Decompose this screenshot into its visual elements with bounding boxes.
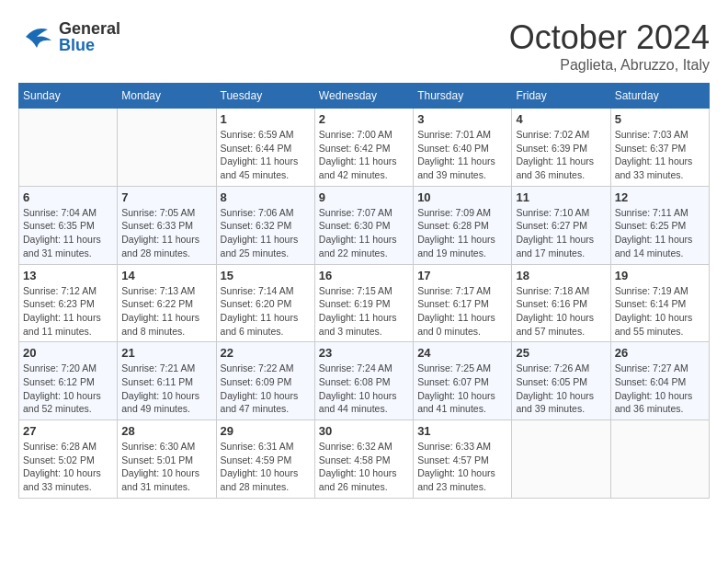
logo-blue: Blue xyxy=(59,37,120,53)
day-number: 16 xyxy=(319,269,409,282)
day-cell: 16Sunrise: 7:15 AM Sunset: 6:19 PM Dayli… xyxy=(314,264,413,342)
day-detail: Sunrise: 7:22 AM Sunset: 6:09 PM Dayligh… xyxy=(221,362,311,416)
day-cell: 27Sunrise: 6:28 AM Sunset: 5:02 PM Dayli… xyxy=(19,420,118,499)
day-number: 19 xyxy=(615,269,705,282)
day-detail: Sunrise: 7:14 AM Sunset: 6:20 PM Dayligh… xyxy=(221,284,311,339)
day-cell: 4Sunrise: 7:02 AM Sunset: 6:39 PM Daylig… xyxy=(512,109,610,187)
day-number: 23 xyxy=(319,346,409,360)
day-detail: Sunrise: 7:09 AM Sunset: 6:28 PM Dayligh… xyxy=(417,206,507,260)
day-number: 20 xyxy=(23,346,113,360)
location: Paglieta, Abruzzo, Italy xyxy=(509,57,710,74)
day-number: 25 xyxy=(516,346,606,360)
day-number: 26 xyxy=(615,346,705,360)
week-row-5: 27Sunrise: 6:28 AM Sunset: 5:02 PM Dayli… xyxy=(19,420,710,499)
day-cell: 31Sunrise: 6:33 AM Sunset: 4:57 PM Dayli… xyxy=(414,420,512,499)
day-cell xyxy=(118,109,216,187)
day-number: 13 xyxy=(23,269,113,282)
day-cell: 13Sunrise: 7:12 AM Sunset: 6:23 PM Dayli… xyxy=(19,264,118,342)
week-row-2: 6Sunrise: 7:04 AM Sunset: 6:35 PM Daylig… xyxy=(19,186,710,264)
day-detail: Sunrise: 7:18 AM Sunset: 6:16 PM Dayligh… xyxy=(516,284,606,339)
day-number: 18 xyxy=(516,269,606,282)
day-detail: Sunrise: 7:24 AM Sunset: 6:08 PM Dayligh… xyxy=(319,362,409,416)
day-cell: 19Sunrise: 7:19 AM Sunset: 6:14 PM Dayli… xyxy=(610,264,709,342)
day-cell: 22Sunrise: 7:22 AM Sunset: 6:09 PM Dayli… xyxy=(216,342,314,420)
day-cell xyxy=(19,109,118,187)
day-number: 7 xyxy=(121,190,211,204)
week-row-3: 13Sunrise: 7:12 AM Sunset: 6:23 PM Dayli… xyxy=(19,264,710,342)
day-cell: 28Sunrise: 6:30 AM Sunset: 5:01 PM Dayli… xyxy=(118,420,216,499)
weekday-tuesday: Tuesday xyxy=(216,84,314,109)
day-cell: 9Sunrise: 7:07 AM Sunset: 6:30 PM Daylig… xyxy=(314,186,413,264)
week-row-4: 20Sunrise: 7:20 AM Sunset: 6:12 PM Dayli… xyxy=(19,342,710,420)
day-detail: Sunrise: 7:00 AM Sunset: 6:42 PM Dayligh… xyxy=(319,128,409,182)
day-number: 3 xyxy=(417,112,507,126)
day-detail: Sunrise: 7:06 AM Sunset: 6:32 PM Dayligh… xyxy=(221,206,311,260)
logo-general: General xyxy=(59,20,120,37)
calendar: SundayMondayTuesdayWednesdayThursdayFrid… xyxy=(18,83,710,499)
day-cell: 25Sunrise: 7:26 AM Sunset: 6:05 PM Dayli… xyxy=(512,342,610,420)
day-number: 24 xyxy=(417,346,507,360)
day-number: 11 xyxy=(516,190,606,204)
day-number: 17 xyxy=(417,269,507,282)
day-detail: Sunrise: 7:25 AM Sunset: 6:07 PM Dayligh… xyxy=(417,362,507,416)
day-detail: Sunrise: 7:15 AM Sunset: 6:19 PM Dayligh… xyxy=(319,284,409,339)
day-cell: 5Sunrise: 7:03 AM Sunset: 6:37 PM Daylig… xyxy=(610,109,709,187)
day-detail: Sunrise: 7:05 AM Sunset: 6:33 PM Dayligh… xyxy=(121,206,211,260)
day-cell: 17Sunrise: 7:17 AM Sunset: 6:17 PM Dayli… xyxy=(414,264,512,342)
day-detail: Sunrise: 7:10 AM Sunset: 6:27 PM Dayligh… xyxy=(516,206,606,260)
day-cell: 3Sunrise: 7:01 AM Sunset: 6:40 PM Daylig… xyxy=(414,109,512,187)
day-detail: Sunrise: 7:27 AM Sunset: 6:04 PM Dayligh… xyxy=(615,362,705,416)
day-cell: 8Sunrise: 7:06 AM Sunset: 6:32 PM Daylig… xyxy=(216,186,314,264)
day-number: 14 xyxy=(121,269,211,282)
day-number: 5 xyxy=(615,112,705,126)
weekday-wednesday: Wednesday xyxy=(314,84,413,109)
day-detail: Sunrise: 6:32 AM Sunset: 4:58 PM Dayligh… xyxy=(319,440,409,494)
day-number: 30 xyxy=(319,424,409,438)
day-number: 29 xyxy=(221,424,311,438)
page-header: General Blue October 2024 Paglieta, Abru… xyxy=(18,18,710,74)
day-number: 10 xyxy=(417,190,507,204)
week-row-1: 1Sunrise: 6:59 AM Sunset: 6:44 PM Daylig… xyxy=(19,109,710,187)
day-cell: 24Sunrise: 7:25 AM Sunset: 6:07 PM Dayli… xyxy=(414,342,512,420)
day-detail: Sunrise: 7:12 AM Sunset: 6:23 PM Dayligh… xyxy=(23,284,113,339)
logo: General Blue xyxy=(18,18,120,55)
day-number: 4 xyxy=(516,112,606,126)
weekday-sunday: Sunday xyxy=(19,84,118,109)
day-cell: 30Sunrise: 6:32 AM Sunset: 4:58 PM Dayli… xyxy=(314,420,413,499)
day-number: 15 xyxy=(221,269,311,282)
weekday-thursday: Thursday xyxy=(414,84,512,109)
day-number: 21 xyxy=(121,346,211,360)
day-number: 2 xyxy=(319,112,409,126)
logo-text: General Blue xyxy=(59,20,120,53)
day-cell xyxy=(512,420,610,499)
day-detail: Sunrise: 6:59 AM Sunset: 6:44 PM Dayligh… xyxy=(221,128,311,182)
day-cell: 29Sunrise: 6:31 AM Sunset: 4:59 PM Dayli… xyxy=(216,420,314,499)
day-cell xyxy=(610,420,709,499)
day-detail: Sunrise: 7:02 AM Sunset: 6:39 PM Dayligh… xyxy=(516,128,606,182)
day-number: 6 xyxy=(23,190,113,204)
day-detail: Sunrise: 7:20 AM Sunset: 6:12 PM Dayligh… xyxy=(23,362,113,416)
weekday-header-row: SundayMondayTuesdayWednesdayThursdayFrid… xyxy=(19,84,710,109)
day-detail: Sunrise: 7:11 AM Sunset: 6:25 PM Dayligh… xyxy=(615,206,705,260)
day-cell: 6Sunrise: 7:04 AM Sunset: 6:35 PM Daylig… xyxy=(19,186,118,264)
logo-icon xyxy=(18,18,55,55)
title-block: October 2024 Paglieta, Abruzzo, Italy xyxy=(509,18,710,74)
day-number: 27 xyxy=(23,424,113,438)
day-number: 28 xyxy=(121,424,211,438)
day-detail: Sunrise: 6:31 AM Sunset: 4:59 PM Dayligh… xyxy=(221,440,311,494)
day-detail: Sunrise: 7:04 AM Sunset: 6:35 PM Dayligh… xyxy=(23,206,113,260)
day-detail: Sunrise: 7:19 AM Sunset: 6:14 PM Dayligh… xyxy=(615,284,705,339)
day-detail: Sunrise: 6:33 AM Sunset: 4:57 PM Dayligh… xyxy=(417,440,507,494)
day-cell: 21Sunrise: 7:21 AM Sunset: 6:11 PM Dayli… xyxy=(118,342,216,420)
day-cell: 12Sunrise: 7:11 AM Sunset: 6:25 PM Dayli… xyxy=(610,186,709,264)
day-cell: 14Sunrise: 7:13 AM Sunset: 6:22 PM Dayli… xyxy=(118,264,216,342)
day-detail: Sunrise: 6:28 AM Sunset: 5:02 PM Dayligh… xyxy=(23,440,113,494)
day-detail: Sunrise: 7:26 AM Sunset: 6:05 PM Dayligh… xyxy=(516,362,606,416)
day-number: 8 xyxy=(221,190,311,204)
day-cell: 15Sunrise: 7:14 AM Sunset: 6:20 PM Dayli… xyxy=(216,264,314,342)
day-cell: 20Sunrise: 7:20 AM Sunset: 6:12 PM Dayli… xyxy=(19,342,118,420)
day-cell: 2Sunrise: 7:00 AM Sunset: 6:42 PM Daylig… xyxy=(314,109,413,187)
day-detail: Sunrise: 7:17 AM Sunset: 6:17 PM Dayligh… xyxy=(417,284,507,339)
day-detail: Sunrise: 6:30 AM Sunset: 5:01 PM Dayligh… xyxy=(121,440,211,494)
day-cell: 26Sunrise: 7:27 AM Sunset: 6:04 PM Dayli… xyxy=(610,342,709,420)
